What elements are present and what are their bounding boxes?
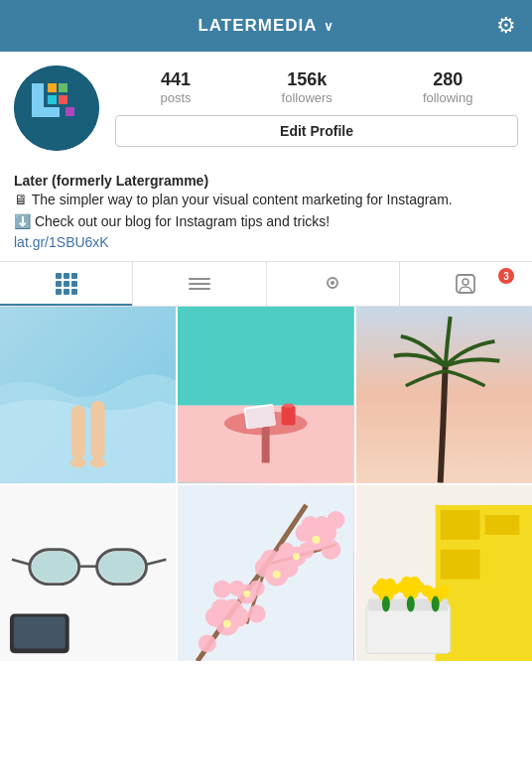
tab-tagged[interactable]: 3 — [399, 262, 532, 306]
svg-point-15 — [70, 458, 86, 468]
svg-point-85 — [408, 576, 420, 588]
svg-rect-21 — [262, 424, 270, 463]
bio-line1: 🖥 The simpler way to plan your visual co… — [14, 191, 518, 210]
svg-point-68 — [293, 553, 300, 560]
posts-label: posts — [161, 90, 192, 105]
tab-list[interactable] — [132, 262, 265, 306]
svg-rect-33 — [32, 551, 77, 582]
svg-rect-71 — [440, 509, 479, 539]
followers-stat: 156k followers — [282, 69, 332, 106]
edit-profile-button[interactable]: Edit Profile — [115, 115, 518, 147]
svg-rect-18 — [178, 307, 353, 406]
posts-stat: 441 posts — [161, 69, 192, 106]
bio-name: Later (formerly Latergramme) — [14, 173, 518, 189]
following-stat: 280 following — [423, 69, 473, 106]
svg-point-60 — [328, 510, 345, 528]
following-label: following — [423, 90, 473, 105]
location-icon — [322, 273, 343, 295]
svg-point-62 — [248, 604, 266, 622]
bio-link[interactable]: lat.gr/1SBU6xK — [14, 234, 109, 250]
posts-count: 441 — [161, 69, 191, 91]
svg-point-57 — [279, 542, 295, 558]
app-header: LATERMEDIA ∨ ⚙ — [0, 0, 532, 52]
photo-cell-2[interactable] — [178, 307, 353, 482]
svg-rect-72 — [440, 549, 479, 579]
settings-icon[interactable]: ⚙ — [496, 13, 516, 39]
svg-rect-36 — [14, 616, 66, 648]
tab-grid[interactable] — [0, 262, 132, 306]
svg-point-87 — [421, 585, 433, 596]
followers-label: followers — [282, 90, 332, 105]
photo-cell-3[interactable] — [356, 307, 532, 482]
svg-point-58 — [299, 542, 315, 558]
svg-rect-24 — [282, 406, 296, 426]
list-icon — [189, 278, 210, 290]
photo-cell-4[interactable] — [0, 485, 176, 661]
account-name: LATERMEDIA — [198, 16, 317, 36]
svg-point-55 — [249, 580, 265, 595]
svg-point-54 — [229, 580, 245, 595]
svg-rect-34 — [99, 551, 145, 582]
svg-point-66 — [313, 535, 321, 543]
following-count: 280 — [433, 69, 463, 91]
photo-cell-6[interactable] — [356, 485, 532, 661]
svg-point-16 — [90, 458, 106, 468]
header-title-area[interactable]: LATERMEDIA ∨ — [198, 16, 333, 36]
svg-rect-5 — [48, 95, 57, 104]
svg-rect-7 — [66, 107, 74, 116]
svg-rect-13 — [71, 406, 85, 460]
tab-bar: 3 — [0, 261, 532, 307]
photo-cell-5[interactable]: flowers at various spots — [178, 485, 353, 661]
svg-point-9 — [331, 281, 334, 285]
svg-rect-2 — [32, 107, 60, 117]
svg-point-80 — [384, 578, 396, 589]
grid-icon — [56, 273, 77, 295]
stats-row: 441 posts 156k followers 280 following — [115, 69, 518, 106]
svg-rect-3 — [48, 83, 57, 92]
bio-line2: ⬇️ Check out our blog for Instagram tips… — [14, 212, 518, 232]
svg-point-59 — [199, 634, 216, 652]
followers-count: 156k — [287, 69, 327, 91]
chevron-down-icon[interactable]: ∨ — [324, 19, 334, 34]
svg-point-42 — [223, 598, 243, 618]
svg-point-63 — [213, 580, 231, 597]
svg-rect-23 — [246, 406, 276, 430]
svg-point-67 — [244, 590, 251, 597]
person-tag-icon — [455, 273, 476, 295]
svg-rect-14 — [91, 401, 105, 460]
svg-point-61 — [322, 539, 341, 559]
svg-point-89 — [382, 595, 390, 611]
photo-grid: flowers at various spots — [0, 307, 532, 661]
svg-point-65 — [273, 570, 281, 578]
svg-point-64 — [223, 619, 231, 627]
photo-cell-1[interactable] — [0, 307, 176, 482]
tagged-badge: 3 — [498, 268, 514, 284]
svg-point-11 — [463, 279, 468, 285]
svg-point-88 — [437, 585, 449, 596]
avatar[interactable] — [14, 65, 99, 151]
svg-rect-74 — [366, 603, 451, 653]
tab-location[interactable] — [266, 262, 399, 306]
svg-rect-25 — [284, 404, 294, 408]
svg-point-91 — [431, 595, 439, 611]
svg-rect-4 — [59, 83, 67, 92]
svg-rect-6 — [59, 95, 67, 104]
profile-top-row: 441 posts 156k followers 280 following E… — [14, 65, 518, 151]
stats-area: 441 posts 156k followers 280 following E… — [115, 69, 518, 148]
svg-rect-73 — [484, 514, 519, 534]
bio-section: Later (formerly Latergramme) 🖥 The simpl… — [0, 173, 532, 261]
svg-point-90 — [406, 595, 414, 611]
profile-section: 441 posts 156k followers 280 following E… — [0, 52, 532, 173]
